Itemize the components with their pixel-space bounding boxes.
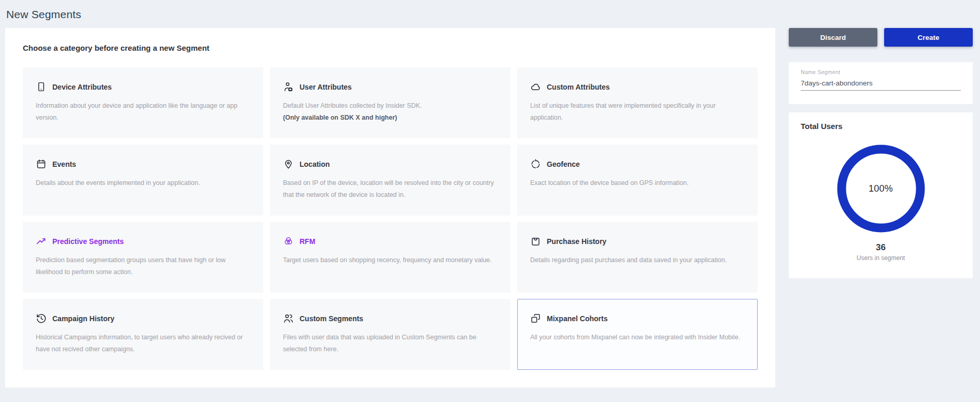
history-clock-icon <box>36 313 47 324</box>
card-header: Mixpanel Cohorts <box>530 313 745 324</box>
card-title: User Attributes <box>300 83 352 91</box>
category-card-mixpanel-cohorts[interactable]: Mixpanel Cohorts All your cohorts from M… <box>517 299 758 370</box>
card-description: Details regarding past purchases and dat… <box>530 254 745 266</box>
card-description: Details about the events implemented in … <box>36 177 250 189</box>
card-header: Location <box>283 159 498 169</box>
card-header: Custom Segments <box>283 313 498 324</box>
card-description-note: (Only available on SDK X and higher) <box>283 112 498 124</box>
card-title: Purchase History <box>547 237 606 246</box>
card-description: Exact location of the device based on GP… <box>530 177 745 189</box>
card-header: Events <box>36 159 250 169</box>
card-description: All your cohorts from Mixpanel can now b… <box>530 332 745 343</box>
people-icon <box>283 313 294 324</box>
category-card-user-attributes[interactable]: User Attributes Default User Attributes … <box>270 67 510 138</box>
card-description: Information about your device and applic… <box>36 100 250 123</box>
category-panel: Choose a category before creating a new … <box>5 28 775 387</box>
card-header: User Attributes <box>283 81 498 92</box>
card-title: Device Attributes <box>52 83 112 91</box>
users-count: 36 <box>801 242 961 253</box>
name-segment-label: Name Segment <box>801 69 961 75</box>
card-description: Files with user data that was uploaded i… <box>283 332 498 355</box>
name-segment-input[interactable] <box>801 78 961 91</box>
category-grid: Device Attributes Information about your… <box>23 67 758 370</box>
category-card-predictive-segments[interactable]: Predictive Segments Prediction based seg… <box>23 222 263 293</box>
category-card-purchase-history[interactable]: Purchase History Details regarding past … <box>517 222 758 293</box>
total-users-card: Total Users 100% 36 Users in segment <box>789 112 973 278</box>
card-description: Based on IP of the device, location will… <box>283 177 498 200</box>
card-title: Custom Segments <box>300 314 363 323</box>
category-card-geofence[interactable]: Geofence Exact location of the device ba… <box>517 145 758 216</box>
card-header: Device Attributes <box>36 81 250 92</box>
category-card-location[interactable]: Location Based on IP of the device, loca… <box>270 145 510 216</box>
card-title: Geofence <box>547 160 580 168</box>
category-card-rfm[interactable]: RFM Target users based on shopping recen… <box>270 222 510 293</box>
page-title: New Segments <box>6 8 81 21</box>
name-segment-card: Name Segment <box>789 62 973 104</box>
card-description: Historical Campaigns information, to tar… <box>36 332 250 355</box>
card-header: Campaign History <box>36 313 250 324</box>
user-icon <box>283 81 294 92</box>
map-pin-icon <box>283 159 294 169</box>
trend-up-icon <box>36 236 47 247</box>
card-header: Purchase History <box>530 236 745 247</box>
card-title: Predictive Segments <box>52 237 124 246</box>
calendar-icon <box>36 159 47 169</box>
card-header: Custom Attributes <box>530 81 745 92</box>
card-title: RFM <box>300 237 315 246</box>
cohorts-link-icon <box>530 313 541 324</box>
card-description: Prediction based segmentation groups use… <box>36 254 250 278</box>
action-buttons: Discard Create <box>789 28 973 47</box>
card-header: Geofence <box>530 159 745 169</box>
donut-percent-label: 100% <box>834 142 928 235</box>
category-card-events[interactable]: Events Details about the events implemen… <box>23 145 263 216</box>
device-icon <box>36 81 47 92</box>
card-header: Predictive Segments <box>36 236 250 247</box>
category-card-custom-attributes[interactable]: Custom Attributes List of unique feature… <box>517 67 758 138</box>
category-card-device-attributes[interactable]: Device Attributes Information about your… <box>23 67 263 138</box>
card-header: RFM <box>283 236 498 247</box>
card-title: Custom Attributes <box>547 83 610 91</box>
panel-heading: Choose a category before creating a new … <box>23 44 209 52</box>
sidebar: Discard Create Name Segment Total Users … <box>789 28 973 47</box>
users-caption: Users in segment <box>801 254 961 262</box>
shopping-bag-icon <box>530 236 541 247</box>
total-users-donut-chart: 100% <box>834 142 928 235</box>
discard-button[interactable]: Discard <box>789 28 877 47</box>
card-title: Events <box>52 160 76 168</box>
venn-circles-icon <box>283 236 294 247</box>
card-description: List of unique features that were implem… <box>530 100 745 123</box>
create-button[interactable]: Create <box>884 28 973 47</box>
card-description: Target users based on shopping recency, … <box>283 254 498 266</box>
total-users-title: Total Users <box>801 122 961 131</box>
geofence-icon <box>530 159 541 169</box>
card-title: Mixpanel Cohorts <box>547 314 607 323</box>
card-title: Campaign History <box>52 314 115 323</box>
card-title: Location <box>300 160 330 168</box>
cloud-icon <box>530 81 541 92</box>
card-description: Default User Attributes collected by Ins… <box>283 100 498 112</box>
category-card-campaign-history[interactable]: Campaign History Historical Campaigns in… <box>23 299 263 370</box>
category-card-custom-segments[interactable]: Custom Segments Files with user data tha… <box>270 299 510 370</box>
